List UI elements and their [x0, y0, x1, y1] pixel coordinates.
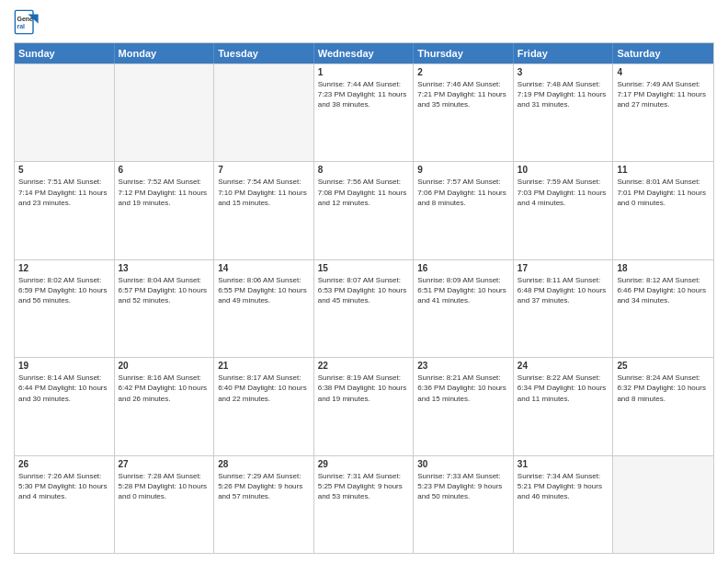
day-number: 22: [318, 361, 410, 371]
day-info: Sunrise: 7:48 AM Sunset: 7:19 PM Dayligh…: [518, 79, 609, 110]
day-info: Sunrise: 8:17 AM Sunset: 6:40 PM Dayligh…: [218, 373, 310, 404]
svg-text:ral: ral: [17, 23, 26, 29]
day-info: Sunrise: 8:16 AM Sunset: 6:42 PM Dayligh…: [119, 373, 210, 404]
day-info: Sunrise: 8:14 AM Sunset: 6:44 PM Dayligh…: [18, 373, 110, 404]
svg-text:Gene: Gene: [17, 16, 34, 22]
calendar-cell: 4Sunrise: 7:49 AM Sunset: 7:17 PM Daylig…: [613, 64, 713, 161]
day-number: 1: [318, 67, 410, 77]
day-number: 3: [518, 67, 609, 77]
day-info: Sunrise: 7:56 AM Sunset: 7:08 PM Dayligh…: [318, 177, 410, 208]
calendar-cell: 27Sunrise: 7:28 AM Sunset: 5:28 PM Dayli…: [115, 456, 215, 553]
calendar-cell: 30Sunrise: 7:33 AM Sunset: 5:23 PM Dayli…: [414, 456, 514, 553]
calendar-cell: 29Sunrise: 7:31 AM Sunset: 5:25 PM Dayli…: [314, 456, 415, 553]
day-info: Sunrise: 7:34 AM Sunset: 5:21 PM Dayligh…: [518, 471, 609, 502]
day-number: 24: [518, 361, 609, 371]
day-number: 19: [18, 361, 110, 371]
day-number: 29: [318, 459, 410, 469]
calendar-cell: 23Sunrise: 8:21 AM Sunset: 6:36 PM Dayli…: [414, 358, 514, 454]
page: Gene ral Sunday Monday Tuesday Wednesday…: [0, 0, 728, 563]
day-info: Sunrise: 8:09 AM Sunset: 6:51 PM Dayligh…: [417, 275, 509, 306]
day-number: 16: [417, 263, 509, 273]
calendar-cell: 11Sunrise: 8:01 AM Sunset: 7:01 PM Dayli…: [613, 162, 713, 259]
day-info: Sunrise: 8:04 AM Sunset: 6:57 PM Dayligh…: [119, 275, 210, 306]
logo: Gene ral: [14, 9, 43, 35]
day-info: Sunrise: 8:11 AM Sunset: 6:48 PM Dayligh…: [518, 275, 609, 306]
calendar-cell: 8Sunrise: 7:56 AM Sunset: 7:08 PM Daylig…: [314, 162, 415, 259]
day-number: 11: [617, 165, 710, 175]
header-monday: Monday: [115, 43, 215, 63]
calendar-cell: [15, 64, 115, 161]
day-info: Sunrise: 7:26 AM Sunset: 5:30 PM Dayligh…: [18, 471, 110, 502]
calendar-cell: 22Sunrise: 8:19 AM Sunset: 6:38 PM Dayli…: [314, 358, 415, 454]
header: Gene ral: [14, 9, 714, 35]
day-number: 17: [518, 263, 609, 273]
day-info: Sunrise: 7:33 AM Sunset: 5:23 PM Dayligh…: [417, 471, 509, 502]
header-thursday: Thursday: [414, 43, 514, 63]
day-number: 15: [318, 263, 410, 273]
header-wednesday: Wednesday: [314, 43, 415, 63]
day-info: Sunrise: 7:54 AM Sunset: 7:10 PM Dayligh…: [218, 177, 310, 208]
calendar-cell: [214, 64, 314, 161]
calendar-cell: 16Sunrise: 8:09 AM Sunset: 6:51 PM Dayli…: [414, 260, 514, 357]
calendar-cell: 14Sunrise: 8:06 AM Sunset: 6:55 PM Dayli…: [214, 260, 314, 357]
calendar-cell: 18Sunrise: 8:12 AM Sunset: 6:46 PM Dayli…: [613, 260, 713, 357]
day-info: Sunrise: 7:49 AM Sunset: 7:17 PM Dayligh…: [617, 79, 710, 110]
calendar-cell: 28Sunrise: 7:29 AM Sunset: 5:26 PM Dayli…: [214, 456, 314, 553]
header-tuesday: Tuesday: [214, 43, 314, 63]
calendar-cell: 20Sunrise: 8:16 AM Sunset: 6:42 PM Dayli…: [115, 358, 215, 454]
day-info: Sunrise: 8:22 AM Sunset: 6:34 PM Dayligh…: [518, 373, 609, 404]
day-number: 25: [617, 361, 710, 371]
day-number: 5: [18, 165, 110, 175]
calendar-cell: 5Sunrise: 7:51 AM Sunset: 7:14 PM Daylig…: [15, 162, 115, 259]
day-number: 21: [218, 361, 310, 371]
calendar: Sunday Monday Tuesday Wednesday Thursday…: [14, 42, 714, 554]
day-number: 10: [518, 165, 609, 175]
day-info: Sunrise: 8:06 AM Sunset: 6:55 PM Dayligh…: [218, 275, 310, 306]
day-info: Sunrise: 7:57 AM Sunset: 7:06 PM Dayligh…: [417, 177, 509, 208]
calendar-week-4: 26Sunrise: 7:26 AM Sunset: 5:30 PM Dayli…: [15, 455, 713, 553]
calendar-body: 1Sunrise: 7:44 AM Sunset: 7:23 PM Daylig…: [15, 63, 713, 553]
day-number: 23: [417, 361, 509, 371]
calendar-cell: 3Sunrise: 7:48 AM Sunset: 7:19 PM Daylig…: [514, 64, 614, 161]
day-number: 26: [18, 459, 110, 469]
day-info: Sunrise: 8:02 AM Sunset: 6:59 PM Dayligh…: [18, 275, 110, 306]
calendar-cell: 13Sunrise: 8:04 AM Sunset: 6:57 PM Dayli…: [115, 260, 215, 357]
day-info: Sunrise: 8:21 AM Sunset: 6:36 PM Dayligh…: [417, 373, 509, 404]
day-info: Sunrise: 7:46 AM Sunset: 7:21 PM Dayligh…: [417, 79, 509, 110]
calendar-cell: 10Sunrise: 7:59 AM Sunset: 7:03 PM Dayli…: [514, 162, 614, 259]
day-number: 13: [119, 263, 210, 273]
calendar-cell: 6Sunrise: 7:52 AM Sunset: 7:12 PM Daylig…: [115, 162, 215, 259]
calendar-cell: 17Sunrise: 8:11 AM Sunset: 6:48 PM Dayli…: [514, 260, 614, 357]
day-info: Sunrise: 7:59 AM Sunset: 7:03 PM Dayligh…: [518, 177, 609, 208]
day-info: Sunrise: 8:01 AM Sunset: 7:01 PM Dayligh…: [617, 177, 710, 208]
logo-icon: Gene ral: [14, 9, 40, 35]
svg-rect-0: [14, 9, 40, 35]
day-number: 14: [218, 263, 310, 273]
calendar-cell: 26Sunrise: 7:26 AM Sunset: 5:30 PM Dayli…: [15, 456, 115, 553]
day-number: 4: [617, 67, 710, 77]
header-saturday: Saturday: [613, 43, 713, 63]
calendar-cell: 1Sunrise: 7:44 AM Sunset: 7:23 PM Daylig…: [314, 64, 415, 161]
calendar-cell: 7Sunrise: 7:54 AM Sunset: 7:10 PM Daylig…: [214, 162, 314, 259]
calendar-cell: 24Sunrise: 8:22 AM Sunset: 6:34 PM Dayli…: [514, 358, 614, 454]
calendar-cell: 12Sunrise: 8:02 AM Sunset: 6:59 PM Dayli…: [15, 260, 115, 357]
day-info: Sunrise: 8:07 AM Sunset: 6:53 PM Dayligh…: [318, 275, 410, 306]
day-number: 6: [119, 165, 210, 175]
calendar-cell: 21Sunrise: 8:17 AM Sunset: 6:40 PM Dayli…: [214, 358, 314, 454]
day-info: Sunrise: 8:12 AM Sunset: 6:46 PM Dayligh…: [617, 275, 710, 306]
day-info: Sunrise: 8:19 AM Sunset: 6:38 PM Dayligh…: [318, 373, 410, 404]
day-number: 7: [218, 165, 310, 175]
day-info: Sunrise: 7:44 AM Sunset: 7:23 PM Dayligh…: [318, 79, 410, 110]
day-info: Sunrise: 7:51 AM Sunset: 7:14 PM Dayligh…: [18, 177, 110, 208]
day-info: Sunrise: 7:52 AM Sunset: 7:12 PM Dayligh…: [119, 177, 210, 208]
calendar-cell: 25Sunrise: 8:24 AM Sunset: 6:32 PM Dayli…: [613, 358, 713, 454]
day-number: 12: [18, 263, 110, 273]
calendar-cell: 2Sunrise: 7:46 AM Sunset: 7:21 PM Daylig…: [414, 64, 514, 161]
calendar-week-3: 19Sunrise: 8:14 AM Sunset: 6:44 PM Dayli…: [15, 357, 713, 454]
calendar-cell: [115, 64, 215, 161]
calendar-week-1: 5Sunrise: 7:51 AM Sunset: 7:14 PM Daylig…: [15, 161, 713, 259]
day-number: 18: [617, 263, 710, 273]
day-info: Sunrise: 7:29 AM Sunset: 5:26 PM Dayligh…: [218, 471, 310, 502]
calendar-cell: 19Sunrise: 8:14 AM Sunset: 6:44 PM Dayli…: [15, 358, 115, 454]
day-number: 31: [518, 459, 609, 469]
